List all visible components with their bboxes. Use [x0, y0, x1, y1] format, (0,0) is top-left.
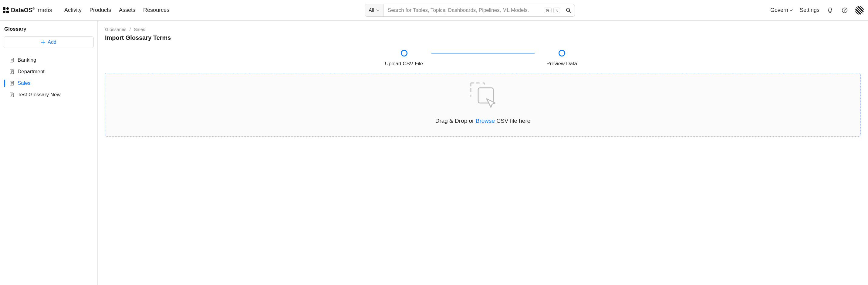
- dropzone-text: Drag & Drop or Browse CSV file here: [435, 118, 531, 124]
- dropzone-text-prefix: Drag & Drop or: [435, 118, 476, 124]
- topbar: DataOS® metis Activity Products Assets R…: [0, 0, 868, 21]
- chevron-down-icon: [376, 8, 379, 12]
- svg-point-7: [844, 11, 845, 12]
- stepper: Upload CSV File Preview Data: [374, 50, 592, 67]
- sidebar-title: Glossary: [4, 26, 94, 32]
- bell-icon: [827, 7, 833, 14]
- search-wrap: All ⌘ K: [365, 4, 575, 17]
- add-button-label: Add: [48, 39, 56, 45]
- nav-assets[interactable]: Assets: [119, 7, 135, 13]
- page-title: Import Glossary Terms: [105, 34, 861, 41]
- main: Glossaries / Sales Import Glossary Terms…: [98, 21, 868, 285]
- step-label: Upload CSV File: [385, 61, 423, 67]
- search-button[interactable]: [562, 4, 575, 17]
- help-button[interactable]: [841, 6, 848, 14]
- step-label: Preview Data: [547, 61, 577, 67]
- layout: Glossary Add Banking Department Sales: [0, 21, 868, 285]
- nav-resources[interactable]: Resources: [143, 7, 169, 13]
- notifications-button[interactable]: [826, 6, 834, 14]
- brand-module: metis: [38, 7, 52, 14]
- sidebar-item-label: Sales: [18, 80, 31, 86]
- sidebar-item-test-glossary-new[interactable]: Test Glossary New: [4, 90, 94, 99]
- settings-link[interactable]: Settings: [800, 7, 819, 13]
- chevron-down-icon: [789, 8, 793, 12]
- sidebar-item-label: Banking: [18, 57, 36, 63]
- glossary-tree: Banking Department Sales Test Glossary N…: [4, 55, 94, 99]
- document-icon: [9, 81, 14, 86]
- dropzone-text-suffix: CSV file here: [495, 118, 530, 124]
- sidebar-item-banking[interactable]: Banking: [4, 55, 94, 65]
- document-icon: [9, 69, 14, 75]
- svg-line-5: [569, 11, 571, 12]
- search-shortcut: ⌘ K: [541, 8, 562, 13]
- brand-logo-icon: [3, 7, 9, 13]
- csv-dropzone[interactable]: Drag & Drop or Browse CSV file here: [105, 73, 861, 137]
- govern-label: Govern: [770, 7, 788, 13]
- kbd-cmd: ⌘: [544, 8, 552, 13]
- document-icon: [9, 57, 14, 63]
- step-circle-icon: [559, 50, 565, 57]
- document-icon: [9, 92, 14, 97]
- nav-activity[interactable]: Activity: [64, 7, 82, 13]
- sidebar-item-label: Test Glossary New: [18, 92, 61, 98]
- search-group: All ⌘ K: [365, 4, 575, 17]
- nav-products[interactable]: Products: [90, 7, 111, 13]
- sidebar: Glossary Add Banking Department Sales: [0, 21, 98, 285]
- search-input[interactable]: [383, 4, 541, 17]
- drag-drop-icon: [468, 81, 498, 109]
- search-scope-dropdown[interactable]: All: [365, 4, 383, 17]
- step-connector: [431, 53, 534, 54]
- svg-rect-2: [3, 11, 5, 13]
- breadcrumb-current[interactable]: Sales: [134, 27, 145, 32]
- svg-rect-1: [6, 7, 9, 10]
- govern-dropdown[interactable]: Govern: [770, 7, 793, 13]
- add-glossary-button[interactable]: Add: [4, 36, 94, 48]
- search-icon: [565, 7, 571, 13]
- avatar[interactable]: [855, 6, 864, 15]
- svg-rect-3: [6, 11, 9, 13]
- browse-link[interactable]: Browse: [476, 118, 495, 124]
- topbar-right: Govern Settings: [770, 6, 864, 15]
- brand-name: DataOS®: [11, 7, 35, 14]
- brand[interactable]: DataOS® metis: [3, 7, 52, 14]
- step-circle-icon: [401, 50, 407, 57]
- search-scope-label: All: [369, 8, 374, 13]
- breadcrumb: Glossaries / Sales: [105, 27, 861, 32]
- breadcrumb-separator: /: [129, 27, 131, 32]
- sidebar-item-sales[interactable]: Sales: [4, 78, 94, 88]
- step-preview: Preview Data: [534, 50, 589, 67]
- sidebar-item-label: Department: [18, 69, 44, 75]
- primary-nav: Activity Products Assets Resources: [64, 7, 169, 13]
- plus-icon: [41, 40, 45, 45]
- sidebar-item-department[interactable]: Department: [4, 67, 94, 77]
- kbd-key: K: [553, 8, 560, 13]
- svg-rect-0: [3, 7, 5, 10]
- help-icon: [841, 7, 848, 14]
- step-upload: Upload CSV File: [377, 50, 431, 67]
- breadcrumb-root[interactable]: Glossaries: [105, 27, 126, 32]
